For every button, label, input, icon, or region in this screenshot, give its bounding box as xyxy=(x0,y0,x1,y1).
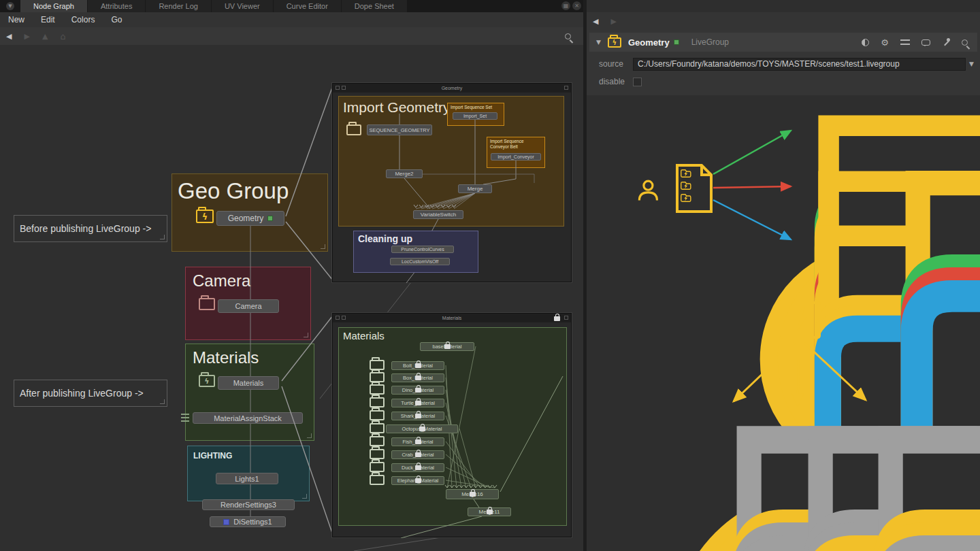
collapse-icon[interactable]: ▼ xyxy=(589,39,608,46)
menu-edit[interactable]: Edit xyxy=(33,15,63,24)
node-merge11[interactable]: Merge11 xyxy=(468,507,511,516)
node-disettings1[interactable]: DiSettings1 xyxy=(210,516,286,527)
window-icon[interactable] xyxy=(336,316,340,320)
group-materials-inner-title: Materials xyxy=(339,328,566,341)
group-import-sequence-conveyor[interactable]: Import Sequence Conveyor Belt xyxy=(487,137,545,168)
node-assign-label: MaterialAssignStack xyxy=(214,414,282,422)
tab-curve-editor[interactable]: Curve Editor xyxy=(274,0,342,12)
window-close-icon[interactable] xyxy=(564,316,568,320)
node-import-set[interactable]: Import_Set xyxy=(453,112,497,120)
note-after-text: After publishing LiveGroup -> xyxy=(20,388,144,399)
node-rendersettings3[interactable]: RenderSettings3 xyxy=(202,499,295,510)
info-icon[interactable] xyxy=(862,39,869,46)
material-node[interactable]: Turtle_Material xyxy=(391,399,444,407)
pin-icon[interactable] xyxy=(942,38,950,46)
node-geometry[interactable]: Geometry xyxy=(216,211,284,226)
header-icons: ⚙ xyxy=(862,37,977,48)
window-geometry[interactable]: Geometry Import Geometry Import Sequence… xyxy=(332,83,572,282)
material-folder-icon xyxy=(370,384,385,395)
up-icon[interactable]: ▲ xyxy=(36,32,54,41)
home-icon[interactable]: ⌂ xyxy=(54,31,71,41)
node-lights1[interactable]: Lights1 xyxy=(216,473,278,484)
material-folder-icon xyxy=(370,449,385,459)
lock-icon xyxy=(444,344,451,349)
menu-go[interactable]: Go xyxy=(103,15,130,24)
node-prunecontrolcurves[interactable]: PruneControlCurves xyxy=(391,246,454,253)
comment-icon[interactable] xyxy=(921,39,930,46)
node-camera-label: Camera xyxy=(235,302,261,310)
material-node[interactable]: Octopus_Material xyxy=(386,424,458,433)
node-material-assign-stack[interactable]: MaterialAssignStack xyxy=(193,412,303,424)
seq-folder-icon xyxy=(346,124,361,135)
window-geometry-titlebar[interactable]: Geometry xyxy=(333,84,571,93)
node-import-set-label: Import_Set xyxy=(463,114,487,118)
disable-checkbox[interactable] xyxy=(633,78,642,86)
tab-dope-sheet[interactable]: Dope Sheet xyxy=(342,0,408,12)
livegroup-folder-icon xyxy=(608,37,621,48)
node-materials[interactable]: Materials xyxy=(218,376,279,390)
parameter-node-type: LiveGroup xyxy=(691,37,729,47)
material-node[interactable]: Shark_Material xyxy=(391,412,444,420)
tab-attributes[interactable]: Attributes xyxy=(88,0,146,12)
material-node[interactable]: Elephant_Material xyxy=(391,476,444,485)
window-icon[interactable] xyxy=(342,316,346,320)
tab-uv-viewer[interactable]: UV Viewer xyxy=(212,0,274,12)
menu-colors[interactable]: Colors xyxy=(63,15,103,24)
disable-row: disable xyxy=(589,75,977,88)
window-materials[interactable]: Materials Materials baseMaterialBolt_Mat… xyxy=(332,313,572,537)
node-loccustomvisoff[interactable]: LocCustomVisOff xyxy=(390,258,450,265)
search-icon[interactable] xyxy=(565,33,571,39)
gear-icon[interactable]: ⚙ xyxy=(881,37,889,48)
shelf-icon[interactable] xyxy=(900,39,910,45)
window-materials-titlebar[interactable]: Materials xyxy=(333,314,571,322)
note-before-publishing[interactable]: Before publishing LiveGroup -> xyxy=(14,215,167,242)
material-node[interactable]: Fish_Material xyxy=(391,437,444,446)
window-icon[interactable] xyxy=(342,86,346,90)
pane-menu-icon[interactable]: ▼ xyxy=(0,0,20,12)
node-graph-toolbar: ◀ ▶ ▲ ⌂ xyxy=(0,27,583,45)
material-node[interactable]: Box_Material xyxy=(391,373,444,382)
node-graph-canvas[interactable]: Geo Group Camera Materials LIGHTING Befo… xyxy=(0,45,583,551)
lock-icon xyxy=(415,401,421,405)
node-merge16[interactable]: Merge16 xyxy=(446,489,499,499)
float-pane-icon[interactable]: ▦ xyxy=(561,1,570,10)
node-merge-label: Merge xyxy=(468,186,483,192)
lock-icon xyxy=(554,316,560,321)
node-merge[interactable]: Merge xyxy=(458,184,492,193)
back-icon[interactable]: ◀ xyxy=(0,32,18,41)
lock-icon xyxy=(415,452,421,457)
node-sequence-geometry[interactable]: SEQUENCE_GEOMETRY xyxy=(367,124,432,135)
material-node[interactable]: Bolt_Material xyxy=(391,361,444,370)
menu-new[interactable]: New xyxy=(0,15,33,24)
tab-node-graph[interactable]: Node Graph xyxy=(20,0,88,12)
close-pane-icon[interactable]: ✕ xyxy=(572,1,581,10)
material-node[interactable]: Crab_Material xyxy=(391,450,444,459)
back-icon[interactable]: ◀ xyxy=(587,17,604,26)
source-input[interactable]: C:/Users/Foundry/katana/demos/TOYS/MASTE… xyxy=(633,58,966,71)
parameter-header: ▼ Geometry LiveGroup ⚙ xyxy=(589,33,977,52)
node-variableswitch-label: VariableSwitch xyxy=(421,212,456,218)
node-variableswitch[interactable]: VariableSwitch xyxy=(413,210,463,219)
window-close-icon[interactable] xyxy=(564,86,568,90)
node-merge2[interactable]: Merge2 xyxy=(386,169,423,178)
forward-icon[interactable]: ▶ xyxy=(604,17,622,26)
node-camera[interactable]: Camera xyxy=(218,299,279,313)
material-node[interactable]: baseMaterial xyxy=(420,342,474,351)
tab-render-log[interactable]: Render Log xyxy=(146,0,212,12)
material-folder-icon xyxy=(370,462,385,472)
node-materials-label: Materials xyxy=(233,379,264,387)
node-clean2-label: LocCustomVisOff xyxy=(402,259,438,264)
note-after-publishing[interactable]: After publishing LiveGroup -> xyxy=(14,380,167,407)
material-folder-icon xyxy=(370,410,385,420)
forward-icon[interactable]: ▶ xyxy=(18,32,35,41)
livegroup-folder-icon xyxy=(196,210,214,223)
node-import-conveyor[interactable]: Import_Conveyor xyxy=(491,153,541,161)
window-icon[interactable] xyxy=(336,86,340,90)
master-doc-icon xyxy=(677,165,711,212)
search-icon[interactable] xyxy=(962,39,968,46)
material-node[interactable]: Duck_Material xyxy=(391,463,444,472)
window-geometry-title: Geometry xyxy=(442,86,463,90)
source-dropdown-icon[interactable]: ▼ xyxy=(966,61,977,67)
material-node[interactable]: Dino_Material xyxy=(391,386,444,395)
node-merge2-label: Merge2 xyxy=(395,171,413,177)
